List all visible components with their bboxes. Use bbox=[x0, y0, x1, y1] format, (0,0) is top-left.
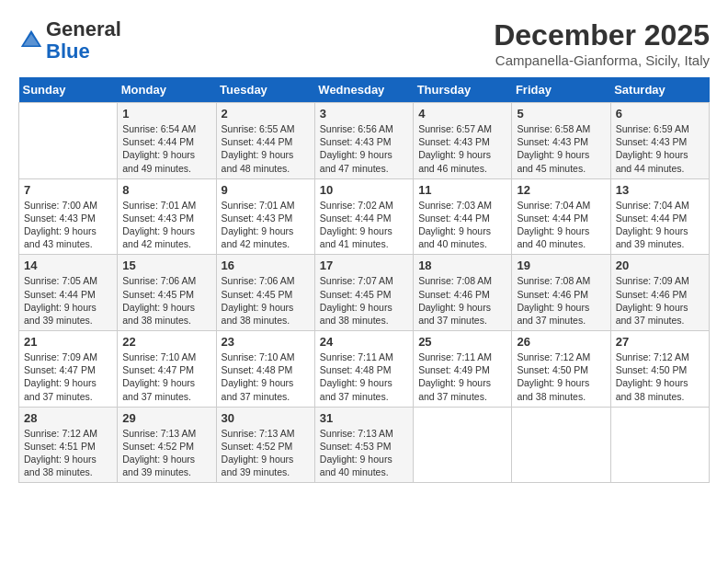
day-number: 17 bbox=[320, 259, 408, 272]
calendar-cell: 29Sunrise: 7:13 AM Sunset: 4:52 PM Dayli… bbox=[118, 407, 216, 483]
day-number: 11 bbox=[418, 183, 506, 197]
day-info: Sunrise: 7:07 AM Sunset: 4:45 PM Dayligh… bbox=[320, 274, 408, 327]
calendar-week-row: 28Sunrise: 7:12 AM Sunset: 4:51 PM Dayli… bbox=[19, 407, 710, 483]
page-header: General Blue December 2025 Campanella-Gi… bbox=[18, 18, 710, 68]
day-info: Sunrise: 7:13 AM Sunset: 4:52 PM Dayligh… bbox=[122, 427, 210, 479]
calendar-cell: 14Sunrise: 7:05 AM Sunset: 4:44 PM Dayli… bbox=[19, 255, 118, 331]
day-number: 22 bbox=[122, 335, 210, 349]
calendar-cell: 30Sunrise: 7:13 AM Sunset: 4:52 PM Dayli… bbox=[216, 407, 314, 483]
day-number: 1 bbox=[122, 107, 210, 121]
weekday-header-sunday: Sunday bbox=[19, 77, 118, 103]
day-info: Sunrise: 7:12 AM Sunset: 4:50 PM Dayligh… bbox=[616, 350, 704, 403]
day-info: Sunrise: 6:55 AM Sunset: 4:44 PM Dayligh… bbox=[222, 122, 310, 175]
day-number: 25 bbox=[418, 335, 506, 349]
day-info: Sunrise: 7:10 AM Sunset: 4:47 PM Dayligh… bbox=[122, 350, 210, 403]
day-info: Sunrise: 7:03 AM Sunset: 4:44 PM Dayligh… bbox=[418, 199, 506, 251]
month-title: December 2025 bbox=[494, 18, 710, 52]
day-number: 9 bbox=[222, 183, 310, 197]
day-number: 5 bbox=[517, 107, 605, 121]
weekday-header-saturday: Saturday bbox=[610, 77, 709, 103]
day-number: 31 bbox=[320, 411, 408, 425]
calendar-cell: 11Sunrise: 7:03 AM Sunset: 4:44 PM Dayli… bbox=[414, 178, 512, 255]
calendar-cell: 6Sunrise: 6:59 AM Sunset: 4:43 PM Daylig… bbox=[610, 103, 709, 179]
day-info: Sunrise: 7:12 AM Sunset: 4:51 PM Dayligh… bbox=[24, 427, 112, 479]
day-info: Sunrise: 7:06 AM Sunset: 4:45 PM Dayligh… bbox=[122, 274, 210, 327]
day-number: 14 bbox=[24, 259, 112, 272]
weekday-header-wednesday: Wednesday bbox=[314, 77, 413, 103]
day-info: Sunrise: 7:01 AM Sunset: 4:43 PM Dayligh… bbox=[222, 199, 310, 251]
calendar-cell: 13Sunrise: 7:04 AM Sunset: 4:44 PM Dayli… bbox=[610, 178, 709, 255]
weekday-header-thursday: Thursday bbox=[414, 77, 512, 103]
day-number: 7 bbox=[24, 183, 112, 197]
day-info: Sunrise: 6:54 AM Sunset: 4:44 PM Dayligh… bbox=[122, 122, 210, 175]
calendar-cell bbox=[19, 103, 118, 179]
day-number: 27 bbox=[616, 335, 704, 349]
day-info: Sunrise: 7:12 AM Sunset: 4:50 PM Dayligh… bbox=[517, 350, 605, 403]
weekday-header-monday: Monday bbox=[118, 77, 216, 103]
day-info: Sunrise: 6:57 AM Sunset: 4:43 PM Dayligh… bbox=[418, 122, 506, 175]
calendar-cell: 10Sunrise: 7:02 AM Sunset: 4:44 PM Dayli… bbox=[314, 178, 413, 255]
calendar-cell: 28Sunrise: 7:12 AM Sunset: 4:51 PM Dayli… bbox=[19, 407, 118, 483]
calendar-cell: 4Sunrise: 6:57 AM Sunset: 4:43 PM Daylig… bbox=[414, 103, 512, 179]
day-number: 8 bbox=[122, 183, 210, 197]
day-info: Sunrise: 7:02 AM Sunset: 4:44 PM Dayligh… bbox=[320, 199, 408, 251]
calendar-week-row: 14Sunrise: 7:05 AM Sunset: 4:44 PM Dayli… bbox=[19, 255, 710, 331]
calendar-cell bbox=[610, 407, 709, 483]
day-number: 4 bbox=[418, 107, 506, 121]
day-info: Sunrise: 7:04 AM Sunset: 4:44 PM Dayligh… bbox=[616, 199, 704, 251]
calendar-cell bbox=[414, 407, 512, 483]
day-number: 26 bbox=[517, 335, 605, 349]
day-number: 3 bbox=[320, 107, 408, 121]
day-info: Sunrise: 7:08 AM Sunset: 4:46 PM Dayligh… bbox=[418, 274, 506, 327]
day-number: 20 bbox=[616, 259, 704, 272]
day-number: 19 bbox=[517, 259, 605, 272]
weekday-header-friday: Friday bbox=[512, 77, 610, 103]
day-info: Sunrise: 7:09 AM Sunset: 4:47 PM Dayligh… bbox=[24, 350, 112, 403]
calendar-cell: 23Sunrise: 7:10 AM Sunset: 4:48 PM Dayli… bbox=[216, 331, 314, 408]
day-info: Sunrise: 7:00 AM Sunset: 4:43 PM Dayligh… bbox=[24, 199, 112, 251]
day-number: 12 bbox=[517, 183, 605, 197]
calendar-cell: 9Sunrise: 7:01 AM Sunset: 4:43 PM Daylig… bbox=[216, 178, 314, 255]
day-info: Sunrise: 7:08 AM Sunset: 4:46 PM Dayligh… bbox=[517, 274, 605, 327]
calendar-cell: 2Sunrise: 6:55 AM Sunset: 4:44 PM Daylig… bbox=[216, 103, 314, 179]
calendar-cell: 22Sunrise: 7:10 AM Sunset: 4:47 PM Dayli… bbox=[118, 331, 216, 408]
day-number: 21 bbox=[24, 335, 112, 349]
calendar-cell: 19Sunrise: 7:08 AM Sunset: 4:46 PM Dayli… bbox=[512, 255, 610, 331]
day-info: Sunrise: 7:11 AM Sunset: 4:49 PM Dayligh… bbox=[418, 350, 506, 403]
day-number: 18 bbox=[418, 259, 506, 272]
location: Campanella-Gianforma, Sicily, Italy bbox=[494, 52, 710, 68]
calendar-cell bbox=[512, 407, 610, 483]
calendar-cell: 31Sunrise: 7:13 AM Sunset: 4:53 PM Dayli… bbox=[314, 407, 413, 483]
calendar-cell: 5Sunrise: 6:58 AM Sunset: 4:43 PM Daylig… bbox=[512, 103, 610, 179]
day-info: Sunrise: 6:59 AM Sunset: 4:43 PM Dayligh… bbox=[616, 122, 704, 175]
calendar-cell: 12Sunrise: 7:04 AM Sunset: 4:44 PM Dayli… bbox=[512, 178, 610, 255]
title-block: December 2025 Campanella-Gianforma, Sici… bbox=[494, 18, 710, 68]
calendar-cell: 25Sunrise: 7:11 AM Sunset: 4:49 PM Dayli… bbox=[414, 331, 512, 408]
calendar-cell: 17Sunrise: 7:07 AM Sunset: 4:45 PM Dayli… bbox=[314, 255, 413, 331]
day-info: Sunrise: 7:10 AM Sunset: 4:48 PM Dayligh… bbox=[222, 350, 310, 403]
day-info: Sunrise: 7:04 AM Sunset: 4:44 PM Dayligh… bbox=[517, 199, 605, 251]
calendar-cell: 8Sunrise: 7:01 AM Sunset: 4:43 PM Daylig… bbox=[118, 178, 216, 255]
day-number: 6 bbox=[616, 107, 704, 121]
calendar-week-row: 7Sunrise: 7:00 AM Sunset: 4:43 PM Daylig… bbox=[19, 178, 710, 255]
day-info: Sunrise: 7:06 AM Sunset: 4:45 PM Dayligh… bbox=[222, 274, 310, 327]
day-info: Sunrise: 6:58 AM Sunset: 4:43 PM Dayligh… bbox=[517, 122, 605, 175]
calendar-cell: 21Sunrise: 7:09 AM Sunset: 4:47 PM Dayli… bbox=[19, 331, 118, 408]
weekday-header-tuesday: Tuesday bbox=[216, 77, 314, 103]
day-number: 23 bbox=[222, 335, 310, 349]
day-number: 30 bbox=[222, 411, 310, 425]
day-number: 13 bbox=[616, 183, 704, 197]
logo-text: General Blue bbox=[46, 18, 121, 63]
day-number: 15 bbox=[122, 259, 210, 272]
calendar-cell: 3Sunrise: 6:56 AM Sunset: 4:43 PM Daylig… bbox=[314, 103, 413, 179]
calendar-cell: 15Sunrise: 7:06 AM Sunset: 4:45 PM Dayli… bbox=[118, 255, 216, 331]
calendar-cell: 1Sunrise: 6:54 AM Sunset: 4:44 PM Daylig… bbox=[118, 103, 216, 179]
weekday-header-row: SundayMondayTuesdayWednesdayThursdayFrid… bbox=[19, 77, 710, 103]
calendar-cell: 27Sunrise: 7:12 AM Sunset: 4:50 PM Dayli… bbox=[610, 331, 709, 408]
logo-icon bbox=[18, 28, 44, 53]
calendar-table: SundayMondayTuesdayWednesdayThursdayFrid… bbox=[18, 77, 710, 483]
calendar-cell: 26Sunrise: 7:12 AM Sunset: 4:50 PM Dayli… bbox=[512, 331, 610, 408]
day-info: Sunrise: 7:09 AM Sunset: 4:46 PM Dayligh… bbox=[616, 274, 704, 327]
day-number: 16 bbox=[222, 259, 310, 272]
calendar-cell: 24Sunrise: 7:11 AM Sunset: 4:48 PM Dayli… bbox=[314, 331, 413, 408]
